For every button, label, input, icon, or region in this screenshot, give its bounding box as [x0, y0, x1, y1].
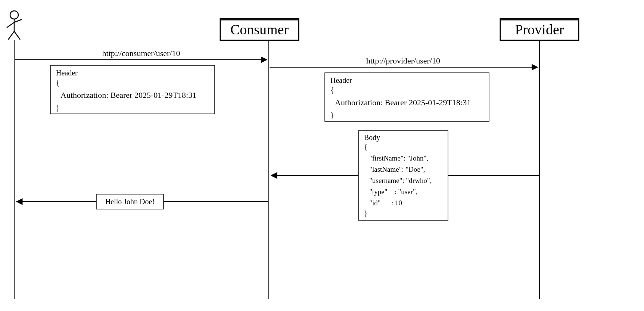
note-header-consumer: Header { Authorization: Bearer 2025-01-2…: [50, 65, 215, 114]
body-title: Body: [364, 133, 380, 142]
note-title: Header: [330, 76, 352, 84]
consumer-label: Consumer: [230, 22, 289, 37]
note-header-provider: Header { Authorization: Bearer 2025-01-2…: [325, 73, 489, 121]
msg-req-provider: http://provider/user/10: [366, 56, 440, 65]
brace-close: }: [364, 209, 368, 217]
body-l2: "lastName": "Doe",: [364, 165, 425, 173]
svg-point-0: [10, 11, 18, 19]
brace-open: {: [330, 86, 334, 94]
auth-line: Authorization: Bearer 2025-01-29T18:31: [335, 98, 471, 107]
note-body: Body { "firstName": "John", "lastName": …: [358, 131, 448, 220]
svg-line-2: [7, 22, 14, 28]
sequence-diagram: Consumer Provider http://consumer/user/1…: [0, 0, 644, 311]
msg-req-consumer: http://consumer/user/10: [102, 49, 180, 58]
brace-open: {: [56, 78, 60, 87]
note-response: Hello John Doe!: [96, 194, 164, 209]
brace-open: {: [364, 143, 368, 151]
body-l4: "type" : "user",: [364, 188, 417, 196]
svg-line-4: [8, 31, 14, 40]
body-l3: "username": "drwho",: [364, 177, 432, 184]
msg-resp-user: Hello John Doe!: [105, 198, 155, 206]
body-l1: "firstName": "John",: [364, 154, 428, 162]
auth-line: Authorization: Bearer 2025-01-29T18:31: [60, 90, 196, 100]
brace-close: }: [330, 111, 334, 119]
svg-rect-12: [358, 131, 448, 220]
brace-close: }: [56, 103, 60, 112]
note-title: Header: [56, 69, 78, 77]
svg-line-3: [14, 19, 22, 22]
body-l5: "id" : 10: [364, 199, 402, 207]
participant-provider: Provider: [500, 19, 579, 40]
provider-label: Provider: [515, 22, 564, 37]
actor-icon: [7, 11, 22, 40]
participant-consumer: Consumer: [220, 19, 299, 40]
svg-line-5: [14, 31, 20, 40]
